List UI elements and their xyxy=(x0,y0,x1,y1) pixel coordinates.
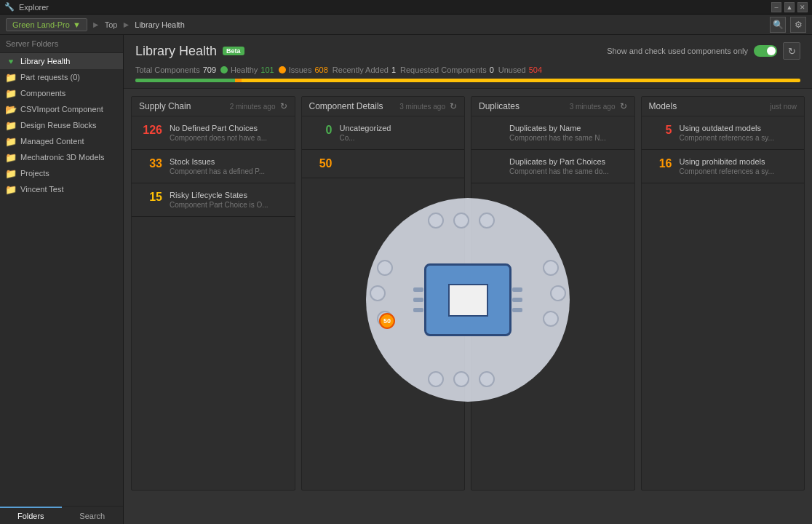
nav-bar: Green Land-Pro ▼ ► Top ► Library Health … xyxy=(0,15,812,35)
issue-title: Uncategorized xyxy=(340,124,458,132)
sidebar-item-part-requests[interactable]: 📁 Part requests (0) xyxy=(0,69,123,85)
sidebar-header: Server Folders xyxy=(0,35,123,53)
issue-count: 33 xyxy=(139,157,162,170)
issues-value: 608 xyxy=(314,66,327,74)
beta-badge: Beta xyxy=(223,47,244,55)
nav-sep-2: ► xyxy=(122,20,130,30)
stat-recently-added: Recently Added 1 xyxy=(333,66,396,74)
issue-text: Stock Issues Component has a defined P..… xyxy=(170,157,287,175)
folder-icon: 📂 xyxy=(6,104,16,114)
duplicates-refresh-icon[interactable]: ↻ xyxy=(620,101,627,111)
issue-desc: Component does not have a... xyxy=(170,134,287,142)
sidebar-item-mechatronic[interactable]: 📁 Mechatronic 3D Models xyxy=(0,149,123,165)
issue-desc: Component has the same N... xyxy=(509,134,627,142)
supply-chain-refresh-icon[interactable]: ↻ xyxy=(280,101,287,111)
settings-icon: ⚙ xyxy=(795,20,803,30)
duplicates-header: Duplicates 3 minutes ago ↻ xyxy=(471,97,634,116)
sidebar-item-projects[interactable]: 📁 Projects xyxy=(0,165,123,181)
healthy-dot xyxy=(220,66,228,74)
folder-icon: 📁 xyxy=(6,136,16,146)
panels-area: Supply Chain 2 minutes ago ↻ 126 No Defi… xyxy=(124,89,812,498)
close-btn[interactable]: ✕ xyxy=(797,2,808,12)
search-tab[interactable]: Search xyxy=(62,507,124,524)
issue-row-dup-name[interactable]: Duplicates by Name Component has the sam… xyxy=(471,116,634,150)
recently-added-label: Recently Added xyxy=(333,66,389,74)
sidebar-footer: Folders Search xyxy=(0,506,123,524)
models-content: 5 Using outdated models Component refere… xyxy=(642,116,805,490)
sidebar-item-label: Part requests (0) xyxy=(20,73,80,82)
sidebar-item-label: Library Health xyxy=(20,57,70,66)
issue-row-dup-part[interactable]: Duplicates by Part Choices Component has… xyxy=(471,150,634,183)
folder-icon: 📁 xyxy=(6,88,16,98)
issue-count: 0 xyxy=(309,124,333,137)
issue-title: Using outdated models xyxy=(680,124,797,132)
component-details-header: Component Details 3 minutes ago ↻ xyxy=(302,97,465,116)
stat-healthy: Healthy 101 xyxy=(220,66,274,74)
nav-sep-1: ► xyxy=(92,20,100,30)
issue-text xyxy=(340,157,458,159)
issue-title: No Defined Part Choices xyxy=(170,124,287,132)
issue-desc: Component has a defined P... xyxy=(170,167,287,175)
expand-btn[interactable]: ▲ xyxy=(784,2,795,12)
sidebar-item-csvimport[interactable]: 📂 CSVImport Component xyxy=(0,101,123,117)
page-title: Library Health xyxy=(135,44,217,59)
issue-count: 50 xyxy=(309,157,333,170)
issue-text: Risky Lifecycle States Component Part Ch… xyxy=(170,191,287,209)
issue-title: Risky Lifecycle States xyxy=(170,191,287,199)
issue-count: 15 xyxy=(139,191,162,204)
sidebar-item-label: Design Reuse Blocks xyxy=(20,121,97,130)
sidebar-item-design-reuse[interactable]: 📁 Design Reuse Blocks xyxy=(0,117,123,133)
search-icon: 🔍 xyxy=(773,20,784,30)
issue-row-uncategorized[interactable]: 0 Uncategorized Co... xyxy=(302,116,465,150)
sidebar-item-components[interactable]: 📁 Components xyxy=(0,85,123,101)
models-time: just now xyxy=(770,103,797,111)
nav-library-link[interactable]: Library Health xyxy=(135,20,184,29)
total-label: Total Components xyxy=(135,66,200,74)
sidebar-item-vincent-test[interactable]: 📁 Vincent Test xyxy=(0,181,123,197)
stat-total: Total Components 709 xyxy=(135,66,216,74)
search-btn[interactable]: 🔍 xyxy=(770,17,786,33)
sidebar-item-label: Components xyxy=(20,89,65,98)
minimize-btn[interactable]: – xyxy=(771,2,781,12)
nav-brand-dropdown-icon: ▼ xyxy=(73,20,81,29)
main-layout: Server Folders ♥ Library Health 📁 Part r… xyxy=(0,35,812,524)
used-components-toggle[interactable] xyxy=(754,45,777,57)
issue-row-lifecycle[interactable]: 15 Risky Lifecycle States Component Part… xyxy=(132,183,295,217)
issue-row-outdated-models[interactable]: 5 Using outdated models Component refere… xyxy=(642,116,805,150)
app-icon: 🔧 xyxy=(4,2,15,12)
sidebar-item-library-health[interactable]: ♥ Library Health xyxy=(0,53,123,69)
folders-tab[interactable]: Folders xyxy=(0,507,62,524)
issue-desc: Component references a sy... xyxy=(680,167,797,175)
issue-row-no-part-choices[interactable]: 126 No Defined Part Choices Component do… xyxy=(132,116,295,150)
title-bar-left: 🔧 Explorer xyxy=(4,2,49,12)
component-details-title: Component Details xyxy=(309,101,383,111)
issue-title: Using prohibited models xyxy=(680,157,797,166)
issue-text: Using prohibited models Component refere… xyxy=(680,157,797,175)
issues-label: Issues xyxy=(289,66,312,74)
issue-row-50[interactable]: 50 xyxy=(302,150,465,178)
issue-desc: Component Part Choice is O... xyxy=(170,201,287,209)
page-title-row: Library Health Beta Show and check used … xyxy=(135,42,800,60)
sidebar: Server Folders ♥ Library Health 📁 Part r… xyxy=(0,35,124,524)
sidebar-item-label: Mechatronic 3D Models xyxy=(20,153,105,162)
issue-count: 16 xyxy=(649,157,672,170)
recently-added-value: 1 xyxy=(391,66,396,74)
issue-row-prohibited-models[interactable]: 16 Using prohibited models Component ref… xyxy=(642,150,805,183)
nav-brand[interactable]: Green Land-Pro ▼ xyxy=(6,18,87,31)
settings-btn[interactable]: ⚙ xyxy=(790,17,806,33)
refresh-button[interactable]: ↻ xyxy=(783,42,800,60)
sidebar-item-managed-content[interactable]: 📁 Managed Content xyxy=(0,133,123,149)
progress-issues xyxy=(235,79,242,82)
duplicates-title: Duplicates xyxy=(479,101,520,111)
nav-top-link[interactable]: Top xyxy=(105,20,118,29)
folder-icon: 📁 xyxy=(6,152,16,162)
issue-count: 126 xyxy=(139,124,162,137)
models-panel: Models just now 5 Using outdated models … xyxy=(641,96,805,491)
requested-value: 0 xyxy=(490,66,494,74)
component-details-refresh-icon[interactable]: ↻ xyxy=(450,101,457,111)
issue-title: Duplicates by Part Choices xyxy=(509,157,627,166)
requested-label: Requested Components xyxy=(400,66,487,74)
issue-row-stock[interactable]: 33 Stock Issues Component has a defined … xyxy=(132,150,295,183)
issue-text: Using outdated models Component referenc… xyxy=(680,124,797,142)
supply-chain-time: 2 minutes ago xyxy=(230,103,276,111)
